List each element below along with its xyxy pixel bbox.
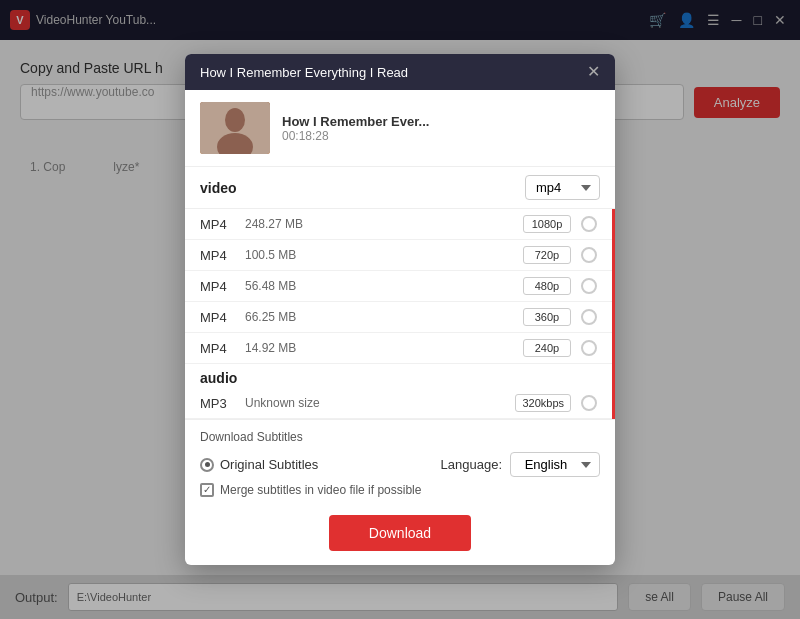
download-section: Download bbox=[185, 505, 615, 565]
format-row: video mp4 mkv webm avi mp3 bbox=[185, 167, 615, 209]
subtitles-section: Download Subtitles Original Subtitles La… bbox=[185, 419, 615, 505]
merge-row: Merge subtitles in video file if possibl… bbox=[200, 483, 600, 497]
app-background: V VideoHunter YouTub... 🛒 👤 ☰ ─ □ ✕ Copy… bbox=[0, 0, 800, 619]
video-option-360p[interactable]: MP4 66.25 MB 360p bbox=[185, 302, 612, 333]
radio-720p[interactable] bbox=[581, 247, 597, 263]
modal-overlay: How I Remember Everything I Read ✕ bbox=[0, 0, 800, 619]
quality-badge: 480p bbox=[523, 277, 571, 295]
format-select[interactable]: mp4 mkv webm avi mp3 bbox=[525, 175, 600, 200]
quality-badge: 320kbps bbox=[515, 394, 571, 412]
language-label: Language: bbox=[441, 457, 502, 472]
option-size-label: 66.25 MB bbox=[245, 310, 513, 324]
video-options-list: MP4 248.27 MB 1080p MP4 100.5 MB 720p MP… bbox=[185, 209, 615, 419]
download-button[interactable]: Download bbox=[329, 515, 471, 551]
video-info: How I Remember Ever... 00:18:28 bbox=[282, 114, 600, 143]
option-format-label: MP4 bbox=[200, 279, 235, 294]
option-format-label: MP4 bbox=[200, 248, 235, 263]
language-select-button[interactable]: English bbox=[510, 452, 600, 477]
option-size-label: 248.27 MB bbox=[245, 217, 513, 231]
radio-480p[interactable] bbox=[581, 278, 597, 294]
audio-option-320kbps[interactable]: MP3 Unknown size 320kbps bbox=[185, 388, 612, 419]
subtitles-title: Download Subtitles bbox=[200, 430, 600, 444]
original-subtitles-text: Original Subtitles bbox=[220, 457, 318, 472]
audio-section-label: audio bbox=[185, 364, 612, 388]
original-subtitles-label[interactable]: Original Subtitles bbox=[200, 457, 318, 472]
video-option-720p[interactable]: MP4 100.5 MB 720p bbox=[185, 240, 612, 271]
option-format-label: MP4 bbox=[200, 341, 235, 356]
quality-badge: 240p bbox=[523, 339, 571, 357]
radio-360p[interactable] bbox=[581, 309, 597, 325]
merge-label: Merge subtitles in video file if possibl… bbox=[220, 483, 421, 497]
option-format-label: MP4 bbox=[200, 217, 235, 232]
thumbnail-image bbox=[200, 102, 270, 154]
download-modal: How I Remember Everything I Read ✕ bbox=[185, 54, 615, 565]
radio-240p[interactable] bbox=[581, 340, 597, 356]
option-size-label: 14.92 MB bbox=[245, 341, 513, 355]
quality-badge: 720p bbox=[523, 246, 571, 264]
option-size-label: Unknown size bbox=[245, 396, 505, 410]
radio-1080p[interactable] bbox=[581, 216, 597, 232]
svg-point-1 bbox=[225, 108, 245, 132]
format-label: video bbox=[200, 180, 237, 196]
modal-close-button[interactable]: ✕ bbox=[587, 64, 600, 80]
quality-badge: 1080p bbox=[523, 215, 571, 233]
option-format-label: MP3 bbox=[200, 396, 235, 411]
video-option-480p[interactable]: MP4 56.48 MB 480p bbox=[185, 271, 612, 302]
language-select-container: Language: English bbox=[441, 452, 600, 477]
video-title: How I Remember Ever... bbox=[282, 114, 600, 129]
subtitles-row: Original Subtitles Language: English bbox=[200, 452, 600, 477]
radio-320kbps[interactable] bbox=[581, 395, 597, 411]
video-duration: 00:18:28 bbox=[282, 129, 600, 143]
original-subtitles-radio[interactable] bbox=[200, 458, 214, 472]
video-preview: How I Remember Ever... 00:18:28 bbox=[185, 90, 615, 167]
option-size-label: 56.48 MB bbox=[245, 279, 513, 293]
option-size-label: 100.5 MB bbox=[245, 248, 513, 262]
merge-checkbox[interactable] bbox=[200, 483, 214, 497]
video-option-240p[interactable]: MP4 14.92 MB 240p bbox=[185, 333, 612, 364]
video-thumbnail bbox=[200, 102, 270, 154]
video-option-1080p[interactable]: MP4 248.27 MB 1080p bbox=[185, 209, 612, 240]
option-format-label: MP4 bbox=[200, 310, 235, 325]
quality-badge: 360p bbox=[523, 308, 571, 326]
modal-title: How I Remember Everything I Read bbox=[200, 65, 408, 80]
modal-titlebar: How I Remember Everything I Read ✕ bbox=[185, 54, 615, 90]
